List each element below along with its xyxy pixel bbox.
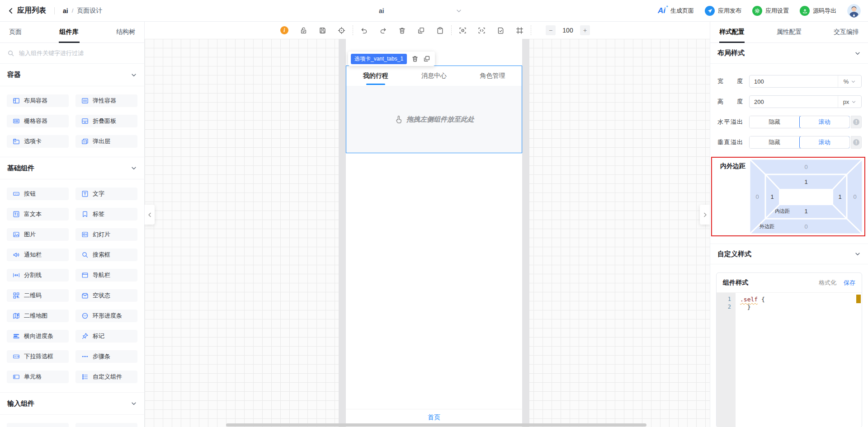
section-basic-header[interactable]: 基础组件 <box>0 157 144 179</box>
margin-right-value[interactable]: 0 <box>853 193 856 200</box>
tab-style-config[interactable]: 样式配置 <box>719 22 745 43</box>
user-avatar[interactable] <box>847 4 861 18</box>
sidebar-item-grid-container[interactable]: 栅格容器 <box>7 115 69 127</box>
tab-structure-tree[interactable]: 结构树 <box>114 22 137 43</box>
format-button[interactable]: 格式化 <box>819 279 836 287</box>
vant-tab-role-management[interactable]: 角色管理 <box>463 66 522 86</box>
save-style-button[interactable]: 保存 <box>844 279 855 287</box>
undo-icon[interactable] <box>360 27 368 34</box>
section-input-header[interactable]: 输入组件 <box>0 392 144 415</box>
unlock-icon[interactable] <box>300 27 307 34</box>
save-icon[interactable] <box>319 27 326 34</box>
collapse-left-panel-button[interactable] <box>145 205 155 225</box>
sidebar-item-text[interactable]: 文字 <box>75 188 137 200</box>
section-containers-header[interactable]: 容器 <box>0 64 144 86</box>
horizontal-scrollbar[interactable] <box>226 423 646 427</box>
publish-app-label: 应用发布 <box>718 7 741 15</box>
sidebar-item-navbar[interactable]: 导航栏 <box>75 269 137 282</box>
sidebar-item-cell[interactable]: 单元格 <box>7 371 69 383</box>
margin-top-value[interactable]: 0 <box>804 164 807 170</box>
sidebar-item-divider[interactable]: 分割线 <box>7 269 69 282</box>
app-settings-button[interactable]: 应用设置 <box>752 6 789 16</box>
width-input[interactable] <box>750 78 838 85</box>
padding-bottom-value[interactable]: 1 <box>804 208 807 215</box>
canvas-grid-area[interactable]: 我的行程 消息中心 角色管理 拖拽左侧组件放至此处 首页 选 <box>145 39 710 427</box>
safe-area-frame-icon[interactable] <box>516 27 524 34</box>
copy-component-icon[interactable] <box>423 55 430 62</box>
height-unit-select[interactable]: px <box>838 96 861 108</box>
sidebar-item-image[interactable]: 图片 <box>7 228 69 241</box>
padding-top-value[interactable]: 1 <box>804 178 807 185</box>
sidebar-item-notice-bar[interactable]: 通知栏 <box>7 249 69 261</box>
v-overflow-hidden-option[interactable]: 隐藏 <box>750 136 800 148</box>
generate-page-button[interactable]: Ai✦ 生成页面 <box>658 6 694 15</box>
h-overflow-scroll-option[interactable]: 滚动 <box>799 116 850 128</box>
zoom-out-button[interactable]: − <box>546 25 556 35</box>
v-overflow-scroll-option[interactable]: 滚动 <box>799 136 850 149</box>
margin-left-value[interactable]: 0 <box>755 193 759 200</box>
margin-bottom-value[interactable]: 0 <box>804 223 807 230</box>
sidebar-item-rich-text[interactable]: 富文本 <box>7 208 69 221</box>
delete-trash-icon[interactable] <box>398 27 406 34</box>
css-code-editor[interactable]: 1 2 .self { } <box>717 293 862 427</box>
h-overflow-info-button[interactable] <box>851 116 862 128</box>
delete-component-icon[interactable] <box>411 55 419 62</box>
duplicate-icon[interactable] <box>417 27 425 34</box>
tab-pages[interactable]: 页面 <box>7 22 24 43</box>
zoom-in-button[interactable]: + <box>580 25 590 35</box>
box-model-diagram[interactable]: 0 0 0 0 1 1 1 1 内边距 外边距 <box>750 159 863 234</box>
width-row: 宽度 % <box>717 75 862 88</box>
paste-clipboard-icon[interactable] <box>436 27 444 34</box>
editor-code[interactable]: .self { } <box>736 293 862 427</box>
source-code-icon[interactable] <box>478 27 486 34</box>
sidebar-item-tag[interactable]: 标签 <box>75 208 137 221</box>
sidebar-item-custom-component[interactable]: 自定义组件 <box>75 371 137 383</box>
h-overflow-hidden-option[interactable]: 隐藏 <box>750 116 800 128</box>
sidebar-item-qrcode[interactable]: 二维码 <box>7 289 69 302</box>
v-overflow-info-button[interactable] <box>851 136 862 149</box>
search-input[interactable] <box>18 49 137 57</box>
selected-component-chip[interactable]: 选项卡_vant_tabs_1 <box>351 54 407 64</box>
custom-style-section-header[interactable]: 自定义样式 <box>710 244 868 264</box>
sidebar-item-tabs[interactable]: 选项卡 <box>7 135 69 148</box>
padding-left-value[interactable]: 1 <box>770 193 774 200</box>
tab-interaction-config[interactable]: 交互编排 <box>834 22 859 43</box>
tab-component-library[interactable]: 组件库 <box>58 22 80 43</box>
sidebar-item-layout-container[interactable]: 布局容器 <box>7 94 69 107</box>
width-unit-select[interactable]: % <box>838 75 861 87</box>
layout-style-section-header[interactable]: 布局样式 <box>710 43 868 64</box>
sidebar-item-button[interactable]: BTN 按钮 <box>7 188 69 200</box>
vant-tab-my-trips[interactable]: 我的行程 <box>346 66 405 86</box>
sidebar-item-steps[interactable]: 步骤条 <box>75 350 137 363</box>
sidebar-item-search-box[interactable]: 搜索框 <box>75 249 137 261</box>
preview-icon[interactable] <box>459 27 467 34</box>
back-to-app-list[interactable]: 应用列表 <box>7 6 46 15</box>
sidebar-item-empty-state[interactable]: 空状态 <box>75 289 137 302</box>
page-check-icon[interactable] <box>497 27 505 34</box>
locate-crosshair-icon[interactable] <box>338 27 345 34</box>
sidebar-item-collapse-panel[interactable]: 折叠面板 <box>75 115 137 127</box>
info-icon[interactable]: i <box>280 26 288 34</box>
sidebar-item-dropdown-filter[interactable]: 下拉筛选框 <box>7 350 69 363</box>
collapse-right-panel-button[interactable] <box>700 205 710 225</box>
sidebar-item-flex-container[interactable]: 弹性容器 <box>75 94 137 107</box>
sidebar-item-marker[interactable]: 标记 <box>75 330 137 343</box>
page-selector-dropdown[interactable]: ai <box>379 0 462 22</box>
redo-icon[interactable] <box>379 27 387 34</box>
sidebar-item-slideshow[interactable]: 幻灯片 <box>75 228 137 241</box>
tab-content-drop-zone[interactable]: 拖拽左侧组件放至此处 <box>346 86 522 153</box>
padding-right-value[interactable]: 1 <box>838 193 841 200</box>
tab-props-config[interactable]: 属性配置 <box>777 22 802 43</box>
vant-tab-message-center[interactable]: 消息中心 <box>405 66 463 86</box>
phone-viewport[interactable]: 我的行程 消息中心 角色管理 拖拽左侧组件放至此处 首页 <box>346 39 522 427</box>
height-input[interactable] <box>750 99 838 105</box>
sidebar-item-circle-progress[interactable]: 100% 环形进度条 <box>75 310 137 322</box>
sidebar-item-map-2d[interactable]: 二维地图 <box>7 310 69 322</box>
box-model-widget[interactable]: 内外边距 0 0 0 0 1 1 <box>711 157 865 236</box>
sidebar-item-h-progress[interactable]: 横向进度条 <box>7 330 69 343</box>
sidebar-item-popup-layer[interactable]: 弹出层 <box>75 135 137 148</box>
selected-tabs-component[interactable]: 我的行程 消息中心 角色管理 拖拽左侧组件放至此处 <box>346 66 522 153</box>
publish-app-button[interactable]: 应用发布 <box>705 6 741 16</box>
breadcrumb-app[interactable]: ai <box>63 7 68 14</box>
export-source-button[interactable]: 源码导出 <box>800 6 836 16</box>
